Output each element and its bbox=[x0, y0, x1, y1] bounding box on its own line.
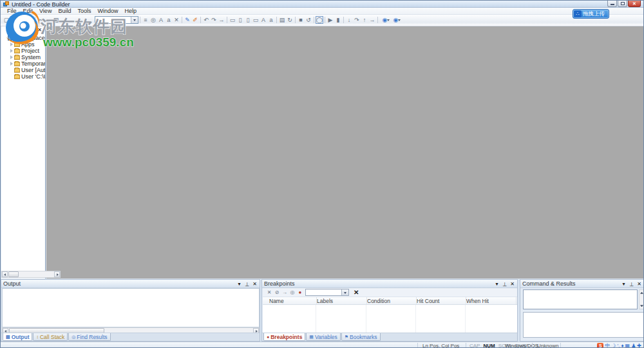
run-icon[interactable]: ▶ bbox=[327, 16, 334, 24]
build-icon[interactable]: ↻ bbox=[286, 16, 294, 24]
sogou-logo-icon[interactable]: S bbox=[597, 343, 603, 348]
record-icon[interactable]: ◯ bbox=[316, 16, 323, 24]
tab-output[interactable]: ▤ Output bbox=[3, 333, 32, 341]
skin-icon[interactable]: ♟ bbox=[631, 343, 636, 348]
settings-menu-icon[interactable]: ◉ bbox=[379, 16, 390, 24]
output-panel-header[interactable]: Output ▾⊤✕ bbox=[1, 280, 260, 288]
col-when-hit[interactable]: When Hit bbox=[466, 297, 516, 304]
menu-window[interactable]: Window bbox=[94, 8, 121, 14]
tree-item-user-folder[interactable]: User 'C:\Users\ bbox=[1, 73, 45, 80]
menu-file[interactable]: File bbox=[4, 8, 20, 14]
options-menu-icon[interactable]: ◉ bbox=[390, 16, 401, 24]
new-file-icon[interactable]: ▢ bbox=[3, 16, 10, 24]
toggle-bookmark-icon[interactable]: ▭ bbox=[229, 16, 236, 24]
tab-find-results[interactable]: ◎ Find Results bbox=[68, 333, 110, 341]
tree-item-apps[interactable]: Apps bbox=[1, 41, 45, 48]
menu-view[interactable]: View bbox=[36, 8, 55, 14]
command-panel-header[interactable]: Command & Results ▾⊤✕ bbox=[520, 280, 644, 288]
save-icon[interactable]: ▣ bbox=[18, 16, 26, 24]
drag-upload-button[interactable]: ∴ 拖拽上传 bbox=[573, 9, 609, 19]
pause-icon[interactable]: ▮ bbox=[334, 16, 342, 24]
panel-close-icon[interactable]: ✕ bbox=[636, 281, 642, 287]
menu-edit[interactable]: Edit bbox=[20, 8, 37, 14]
toolbox-icon[interactable]: ✚ bbox=[637, 343, 641, 348]
panel-close-icon[interactable]: ✕ bbox=[252, 281, 258, 287]
find-icon[interactable]: A bbox=[157, 16, 165, 24]
breakpoint-filter-combobox[interactable] bbox=[305, 289, 349, 296]
title-bar[interactable]: Untitled - Code Builder ✕ bbox=[1, 1, 643, 8]
cut-icon[interactable]: ✂ bbox=[37, 16, 44, 24]
command-results-area[interactable] bbox=[523, 312, 644, 338]
uppercase-icon[interactable]: A bbox=[260, 16, 267, 24]
go-to-source-icon[interactable]: → bbox=[281, 289, 289, 296]
stop-build-icon[interactable]: ■ bbox=[297, 16, 305, 24]
panel-menu-arrow-icon[interactable]: ▾ bbox=[494, 281, 500, 287]
breakpoints-panel-header[interactable]: Breakpoints ▾⊤✕ bbox=[262, 280, 517, 288]
lowercase-icon[interactable]: a bbox=[267, 16, 275, 24]
step-over-icon[interactable]: ↷ bbox=[353, 16, 361, 24]
punctuation-icon[interactable]: ’, bbox=[617, 343, 620, 348]
chinese-input-icon[interactable]: 中 bbox=[605, 343, 610, 348]
panel-menu-arrow-icon[interactable]: ▾ bbox=[236, 281, 242, 287]
run-to-cursor-icon[interactable]: → bbox=[368, 16, 376, 24]
panel-pin-icon[interactable]: ⊤ bbox=[629, 281, 634, 287]
save-all-icon[interactable]: ▦ bbox=[26, 16, 33, 24]
restore-button[interactable] bbox=[618, 1, 627, 7]
step-into-icon[interactable]: ↓ bbox=[345, 16, 353, 24]
clear-bookmarks-icon[interactable]: ▭ bbox=[252, 16, 260, 24]
compile-icon[interactable]: ▤ bbox=[278, 16, 286, 24]
panel-close-icon[interactable]: ✕ bbox=[37, 27, 42, 33]
menu-tools[interactable]: Tools bbox=[74, 8, 94, 14]
scroll-left-icon[interactable] bbox=[2, 271, 8, 277]
paste-icon[interactable]: ▨ bbox=[52, 16, 60, 24]
mic-icon[interactable]: ♦ bbox=[621, 343, 623, 348]
delete-breakpoint-icon[interactable]: ✕ bbox=[265, 289, 273, 296]
compile-target-combobox[interactable] bbox=[95, 16, 138, 24]
edit-pencil-icon[interactable]: ✎ bbox=[184, 16, 191, 24]
tab-variables[interactable]: ▦ Variables bbox=[306, 333, 340, 341]
goto-icon[interactable]: → bbox=[218, 16, 225, 24]
copy-icon[interactable]: ▱ bbox=[44, 16, 52, 24]
tree-item-temporary[interactable]: Temporary bbox=[1, 60, 45, 67]
col-labels[interactable]: Labels bbox=[317, 297, 367, 304]
tree-root-workspace[interactable]: Workspace bbox=[1, 35, 45, 41]
tree-item-project[interactable]: Project bbox=[1, 48, 45, 54]
chevron-down-icon[interactable] bbox=[341, 289, 348, 295]
prev-bookmark-icon[interactable]: ▯ bbox=[244, 16, 252, 24]
panel-menu-arrow-icon[interactable]: ▾ bbox=[621, 281, 627, 287]
tree-item-system[interactable]: System bbox=[1, 54, 45, 60]
tab-breakpoints[interactable]: ● Breakpoints bbox=[263, 333, 305, 341]
tab-bookmarks[interactable]: ⚑ Bookmarks bbox=[341, 333, 381, 341]
step-out-icon[interactable]: ↑ bbox=[361, 16, 368, 24]
breakpoint-icon[interactable]: ● bbox=[296, 289, 304, 296]
open-file-icon[interactable]: ▤ bbox=[10, 16, 18, 24]
soft-keyboard-icon[interactable]: ▦ bbox=[625, 343, 630, 348]
disable-all-icon[interactable]: ⊘ bbox=[273, 289, 281, 296]
tab-call-stack[interactable]: ↕ Call Stack bbox=[33, 333, 68, 341]
search-icon[interactable]: ◎ bbox=[149, 16, 157, 24]
output-content[interactable] bbox=[2, 288, 260, 327]
breakpoints-list[interactable] bbox=[263, 305, 517, 334]
clear-filter-icon[interactable]: ✕ bbox=[354, 289, 359, 296]
replace-icon[interactable]: a bbox=[165, 16, 173, 24]
scroll-right-icon[interactable] bbox=[54, 271, 60, 277]
scroll-up-icon[interactable] bbox=[640, 291, 643, 294]
redo-icon[interactable]: ↷ bbox=[210, 16, 218, 24]
whitespace-icon[interactable]: ≡ bbox=[142, 16, 149, 24]
search-breakpoints-icon[interactable]: ◎ bbox=[289, 289, 296, 296]
scroll-down-icon[interactable] bbox=[640, 305, 643, 307]
attach-icon[interactable]: ✐ bbox=[191, 16, 199, 24]
scroll-thumb[interactable] bbox=[8, 271, 19, 277]
fullwidth-moon-icon[interactable]: ☽ bbox=[611, 343, 616, 348]
col-name[interactable]: Name bbox=[269, 297, 317, 304]
menu-help[interactable]: Help bbox=[121, 8, 140, 14]
command-input[interactable] bbox=[523, 289, 638, 309]
chevron-down-icon[interactable] bbox=[131, 17, 138, 23]
command-input-scrollbar[interactable] bbox=[639, 289, 644, 309]
minimize-button[interactable] bbox=[607, 1, 617, 7]
col-condition[interactable]: Condition bbox=[367, 297, 417, 304]
close-button[interactable]: ✕ bbox=[628, 1, 641, 7]
rebuild-icon[interactable]: ↺ bbox=[305, 16, 312, 24]
col-hit-count[interactable]: Hit Count bbox=[417, 297, 466, 304]
undo-icon[interactable]: ↶ bbox=[202, 16, 210, 24]
